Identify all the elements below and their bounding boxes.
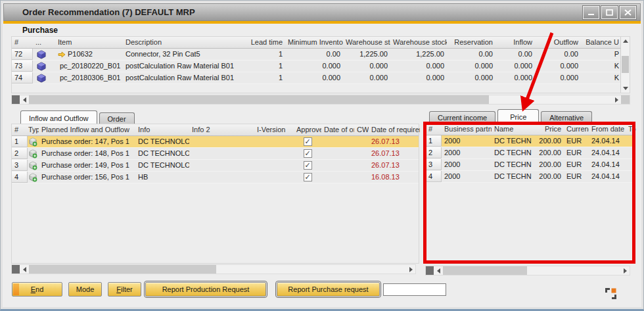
end-button-label: E	[31, 285, 35, 293]
table-row[interactable]: 1 Purchase order: 147, Pos 1 DC TECHNOLO…	[12, 136, 419, 148]
reservation-cell: 0.000	[447, 60, 495, 72]
row-number-cell[interactable]: 1	[426, 135, 442, 147]
table-row[interactable]: 1 2000 DC TECHN 200.00 EUR 24.04.14	[426, 135, 635, 147]
currency-cell: EUR	[564, 159, 589, 170]
date-of-order-cell	[321, 172, 354, 183]
info-cell: DC TECHNOLOG	[135, 160, 189, 171]
report-purchase-request-button[interactable]: Report Purchase request	[277, 282, 380, 297]
scrollbar-thumb[interactable]	[622, 56, 629, 73]
tab-price[interactable]: Price	[497, 109, 539, 123]
scroll-left-button[interactable]	[20, 95, 29, 104]
table-row[interactable]: 2 Purchase order: 148, Pos 1 DC TECHNOLO…	[12, 148, 419, 160]
row-number-cell[interactable]: 2	[12, 148, 28, 159]
row-number-cell[interactable]: 4	[426, 171, 442, 182]
planned-order-cell: Purchase order: 149, Pos 1	[39, 160, 135, 171]
scrollbar-thumb[interactable]	[29, 95, 489, 104]
table-row[interactable]: 3 2000 DC TECHN 200.00 EUR 24.04.14	[426, 159, 635, 171]
row-number-cell[interactable]: 2	[426, 147, 442, 158]
tab-alternative[interactable]: Alternative	[541, 111, 592, 123]
approved-checkbox[interactable]: ✓	[304, 161, 312, 170]
scrollbar-thumb[interactable]	[443, 266, 527, 275]
title-bar: Order Recommendation (7) DEFAULT MRP	[3, 3, 641, 21]
scroll-left-button[interactable]	[434, 266, 443, 275]
close-icon	[624, 9, 632, 16]
row-number-cell[interactable]: 4	[12, 172, 28, 183]
tab-current-income[interactable]: Current income	[429, 111, 495, 123]
i-version-cell	[254, 148, 294, 159]
scroll-right-button[interactable]	[620, 266, 630, 275]
item-icon-cell	[33, 60, 55, 72]
order-recommendation-window: Order Recommendation (7) DEFAULT MRP Pur…	[0, 0, 644, 311]
table-row[interactable]: 4 Purchase order: 156, Pos 1 HB ✓ 16.08.…	[12, 172, 419, 183]
lead-time-cell: 1	[238, 49, 285, 60]
link-arrow-icon[interactable]	[58, 51, 66, 58]
cw-cell	[354, 148, 369, 159]
min-inventory-cell: 0.000	[285, 72, 343, 84]
approved-checkbox[interactable]: ✓	[304, 149, 312, 158]
col-header-i-version: I-Version	[254, 124, 294, 135]
table-row[interactable]: 73 pc_20180220_B01 postCalculation Raw M…	[12, 60, 622, 72]
approved-cell: ✓	[294, 172, 321, 183]
tab-order[interactable]: Order	[99, 112, 135, 124]
name-cell: DC TECHN	[492, 159, 532, 170]
right-tab-strip: Current income Price Alternative	[429, 109, 594, 123]
approved-checkbox[interactable]: ✓	[304, 173, 312, 181]
from-date-cell: 24.04.14	[589, 135, 626, 147]
item-cube-icon	[37, 62, 46, 71]
col-header-from-date: From date	[589, 124, 626, 135]
info2-cell	[189, 160, 254, 171]
col-header-currency: Currency	[564, 124, 589, 135]
reservation-cell: 0.000	[447, 72, 495, 84]
warehouse-stock-cell: 0.000	[343, 60, 390, 72]
row-number-cell[interactable]: 1	[12, 136, 28, 147]
scroll-left-button[interactable]	[20, 265, 29, 274]
table-row[interactable]: 2 2000 DC TECHN 200.00 EUR 24.04.14	[426, 147, 635, 159]
scroll-up-button[interactable]	[621, 37, 630, 45]
price-cell: 200.00	[532, 171, 564, 182]
scrollbar-thumb[interactable]	[29, 265, 216, 274]
approved-cell: ✓	[294, 148, 321, 159]
row-number-cell[interactable]: 73	[12, 60, 33, 72]
row-number-cell[interactable]: 72	[12, 49, 33, 60]
row-number-cell[interactable]: 74	[12, 72, 33, 84]
info2-cell	[189, 148, 254, 159]
gold-accent-bar	[3, 21, 641, 24]
item-code[interactable]: pc_20180220_B01	[60, 60, 120, 72]
scrollbar-block	[426, 266, 434, 275]
date-of-order-cell	[321, 148, 354, 159]
expand-grip-icon[interactable]	[605, 288, 616, 299]
col-header-to-date: To	[626, 124, 636, 135]
date-of-requirement-cell: 26.07.13	[369, 136, 420, 147]
item-recommendation-table: # ... Item Description Lead time Minimum…	[11, 36, 630, 93]
footer-text-input[interactable]	[383, 283, 446, 296]
item-code[interactable]: pc_20180306_B01	[60, 72, 120, 84]
report-production-request-button[interactable]: Report Production Request	[145, 282, 266, 297]
approved-checkbox[interactable]: ✓	[304, 137, 312, 146]
mode-button[interactable]: Mode	[68, 282, 102, 297]
scroll-right-button[interactable]	[612, 95, 621, 104]
maximize-button[interactable]	[601, 6, 618, 19]
close-button[interactable]	[620, 6, 636, 19]
item-cube-icon	[37, 74, 46, 83]
inflow-cell: 0.000	[495, 72, 535, 84]
info2-cell	[189, 172, 254, 183]
table-row[interactable]: 74 pc_20180306_B01 postCalculation Raw M…	[12, 72, 622, 84]
minimize-button[interactable]	[583, 6, 599, 19]
scroll-right-button[interactable]	[406, 265, 415, 274]
col-header-inflow: Inflow	[495, 37, 535, 48]
cw-cell	[354, 136, 369, 147]
table-row[interactable]: 4 2000 DC TECHN 200.00 EUR 24.04.14	[426, 171, 635, 183]
tab-inflow-and-outflow[interactable]: Inflow and Outflow	[20, 110, 97, 124]
filter-button[interactable]: Filter	[108, 282, 141, 297]
order-type-cell	[28, 160, 39, 171]
price-cell: 200.00	[532, 159, 564, 170]
end-button[interactable]: End	[12, 282, 62, 297]
table-row[interactable]: 3 Purchase order: 149, Pos 1 DC TECHNOLO…	[12, 160, 419, 172]
row-number-cell[interactable]: 3	[426, 159, 442, 170]
business-partner-cell: 2000	[442, 147, 492, 158]
row-number-cell[interactable]: 3	[12, 160, 28, 171]
scroll-down-button[interactable]	[621, 84, 630, 93]
purchase-order-icon	[28, 173, 37, 182]
item-code[interactable]: P10632	[68, 49, 93, 60]
table-row[interactable]: 72 P10632 Connector, 32 Pin Cat5 1 0.00 …	[12, 49, 622, 60]
